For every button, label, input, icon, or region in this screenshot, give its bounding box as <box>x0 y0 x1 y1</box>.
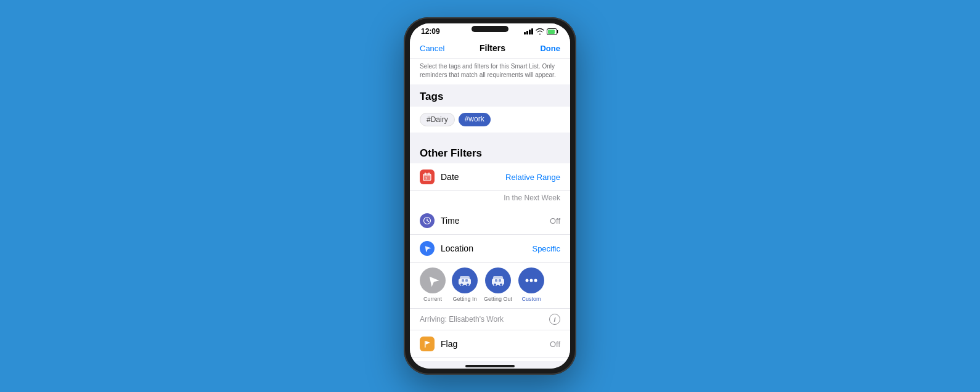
wifi-icon <box>536 28 544 35</box>
svg-point-27 <box>534 279 537 282</box>
location-value: Specific <box>532 244 560 253</box>
svg-rect-17 <box>462 279 464 282</box>
custom-label: Custom <box>522 296 541 302</box>
time-label: Time <box>441 216 550 226</box>
status-bar: 12:09 <box>410 23 570 38</box>
page-title: Filters <box>480 43 505 53</box>
location-option-current[interactable]: Current <box>420 267 446 302</box>
date-value: Relative Range <box>505 173 560 182</box>
svg-point-22 <box>500 284 503 287</box>
spacer <box>410 133 570 141</box>
location-options-row: Current <box>410 263 570 309</box>
svg-rect-23 <box>495 279 497 282</box>
svg-rect-24 <box>499 279 501 282</box>
getting-in-label: Getting In <box>452 296 476 302</box>
time-value: Off <box>550 216 560 226</box>
location-label: Location <box>441 243 532 253</box>
location-option-getting-out[interactable]: Getting Out <box>484 267 512 302</box>
phone-screen: 12:09 <box>410 23 570 369</box>
svg-rect-4 <box>423 174 431 176</box>
status-icons <box>524 28 559 35</box>
done-button[interactable]: Done <box>540 44 560 53</box>
clock-icon <box>420 213 435 228</box>
flag-icon <box>420 337 435 351</box>
getting-in-icon <box>452 267 478 293</box>
scroll-content[interactable]: Tags #Dairy #work Other Filters <box>410 84 570 361</box>
svg-point-21 <box>494 284 497 287</box>
nav-bar: Cancel Filters Done <box>410 38 570 59</box>
svg-point-25 <box>526 279 529 282</box>
current-label: Current <box>423 296 442 302</box>
getting-out-icon <box>485 267 511 293</box>
cancel-button[interactable]: Cancel <box>420 44 444 53</box>
home-indicator <box>465 365 515 367</box>
subtitle-text: Select the tags and filters for this Sma… <box>410 59 570 84</box>
location-address: Arriving: Elisabeth's Work <box>420 315 504 324</box>
svg-rect-14 <box>460 276 470 280</box>
svg-rect-20 <box>493 276 503 280</box>
svg-point-26 <box>530 279 533 282</box>
location-icon <box>420 241 435 256</box>
date-filter-row[interactable]: 1 Date Relative Range <box>410 163 570 191</box>
flag-filter-row[interactable]: Flag Off <box>410 330 570 358</box>
tag-chip-work[interactable]: #work <box>459 113 491 126</box>
svg-point-15 <box>460 284 463 287</box>
custom-icon <box>518 267 544 293</box>
flag-value: Off <box>550 340 560 349</box>
getting-out-label: Getting Out <box>484 296 512 302</box>
tags-heading: Tags <box>410 84 570 107</box>
date-sub-text: In the Next Week <box>410 191 570 207</box>
svg-marker-11 <box>423 244 431 253</box>
location-option-getting-in[interactable]: Getting In <box>452 267 478 302</box>
flag-label: Flag <box>441 339 550 349</box>
status-time: 12:09 <box>421 27 440 36</box>
signal-icon <box>524 28 533 35</box>
svg-text:1: 1 <box>425 176 427 180</box>
location-option-custom[interactable]: Custom <box>518 267 544 302</box>
info-button[interactable]: i <box>549 314 560 325</box>
svg-point-16 <box>467 284 470 287</box>
home-bar <box>410 361 570 369</box>
battery-icon <box>547 28 559 35</box>
tags-row: #Dairy #work <box>420 113 560 126</box>
current-location-icon <box>420 267 446 293</box>
svg-rect-18 <box>465 279 468 282</box>
svg-marker-12 <box>426 274 439 287</box>
tags-section: #Dairy #work <box>410 107 570 133</box>
svg-rect-1 <box>548 30 555 34</box>
dynamic-island <box>472 26 508 32</box>
location-filter-row[interactable]: Location Specific <box>410 235 570 263</box>
time-filter-row[interactable]: Time Off <box>410 207 570 235</box>
calendar-icon: 1 <box>420 169 435 184</box>
location-text-row: Arriving: Elisabeth's Work i <box>410 309 570 330</box>
priority-filter-row[interactable]: ! Priority Off <box>410 358 570 361</box>
phone-frame: 12:09 <box>404 17 576 375</box>
svg-line-10 <box>427 221 429 222</box>
date-label: Date <box>441 172 505 182</box>
svg-rect-28 <box>425 341 426 348</box>
tag-chip-dairy[interactable]: #Dairy <box>420 113 455 126</box>
other-filters-heading: Other Filters <box>410 141 570 163</box>
svg-marker-29 <box>426 341 431 345</box>
filter-section: 1 Date Relative Range In the Next Week <box>410 163 570 361</box>
